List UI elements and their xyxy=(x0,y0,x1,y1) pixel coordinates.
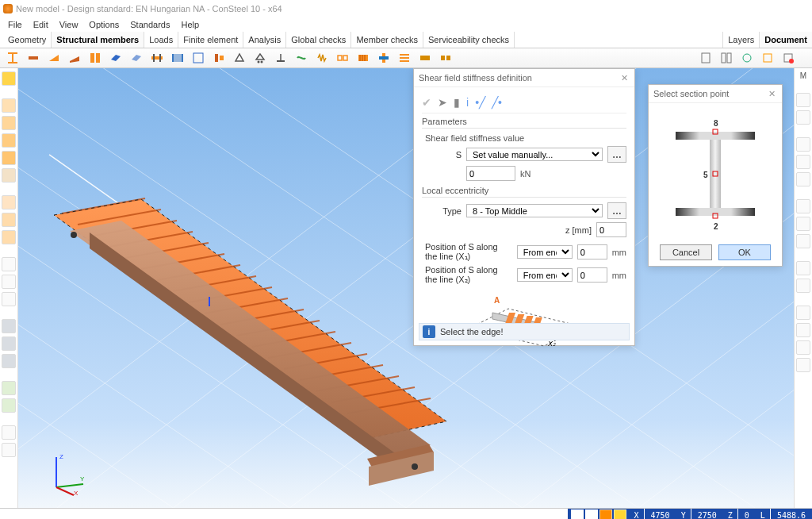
rtool-2-icon[interactable] xyxy=(796,110,810,125)
tool-shearfield-icon[interactable] xyxy=(354,49,373,67)
endpoint2-icon[interactable]: ╱• xyxy=(492,97,502,108)
tab-finite-element[interactable]: Finite element xyxy=(178,32,243,48)
ltool-3-icon[interactable] xyxy=(2,133,16,148)
tool-spring-icon[interactable] xyxy=(312,49,331,67)
tab-structural-members[interactable]: Structural members xyxy=(52,32,144,48)
rtool-11-icon[interactable] xyxy=(796,306,810,320)
doc-btn5-icon[interactable] xyxy=(779,49,798,67)
tool-builtup-icon[interactable] xyxy=(86,49,105,67)
tab-layers[interactable]: Layers xyxy=(722,32,759,48)
ecc-more-button[interactable]: … xyxy=(607,202,626,219)
status-icon-2[interactable] xyxy=(585,509,598,519)
stiffness-value-input[interactable] xyxy=(466,166,515,181)
tab-loads[interactable]: Loads xyxy=(144,32,178,48)
tool-plate2-icon[interactable] xyxy=(127,49,146,67)
tool-member-icon[interactable] xyxy=(24,49,43,67)
rtool-1-icon[interactable] xyxy=(796,93,810,107)
tab-geometry[interactable]: Geometry xyxy=(3,32,52,48)
tool-cut-icon[interactable] xyxy=(374,49,393,67)
tool-frame-icon[interactable] xyxy=(189,49,208,67)
ltool-13-icon[interactable] xyxy=(2,336,16,351)
rtool-12-icon[interactable] xyxy=(796,323,810,337)
rtool-3-icon[interactable] xyxy=(796,137,810,152)
tool-purlin-icon[interactable] xyxy=(395,49,414,67)
menu-options[interactable]: Options xyxy=(84,19,124,30)
tab-member-checks[interactable]: Member checks xyxy=(351,32,423,48)
ltool-6-icon[interactable] xyxy=(2,195,16,210)
rtool-13-icon[interactable] xyxy=(796,340,810,355)
ltool-12-icon[interactable] xyxy=(2,319,16,333)
tab-analysis[interactable]: Analysis xyxy=(243,32,286,48)
endpoint1-icon[interactable]: •╱ xyxy=(475,97,485,108)
posA-value-input[interactable] xyxy=(577,244,607,260)
stiffness-mode-combo[interactable]: Set value manually... xyxy=(466,148,603,161)
menu-edit[interactable]: Edit xyxy=(29,19,53,30)
tool-section-icon[interactable] xyxy=(3,49,22,67)
tool-release-icon[interactable] xyxy=(292,49,311,67)
rtool-8-icon[interactable] xyxy=(796,234,810,248)
info-icon[interactable]: i xyxy=(466,97,469,108)
confirm-icon[interactable]: ✔ xyxy=(422,97,431,108)
tool-wall-icon[interactable] xyxy=(168,49,187,67)
menu-view[interactable]: View xyxy=(55,19,83,30)
ltool-11-icon[interactable] xyxy=(2,292,16,306)
rtool-10-icon[interactable] xyxy=(796,279,810,293)
tab-document[interactable]: Document xyxy=(759,32,812,48)
rtool-14-icon[interactable] xyxy=(796,358,810,372)
status-icon-info[interactable] xyxy=(614,509,626,519)
ltool-5-icon[interactable] xyxy=(2,168,16,183)
menu-standards[interactable]: Standards xyxy=(125,19,174,30)
section-dialog-close-icon[interactable]: ✕ xyxy=(766,88,777,99)
section-canvas[interactable]: 8 5 2 xyxy=(655,110,776,238)
ltool-1-icon[interactable] xyxy=(2,98,16,113)
rtool-7-icon[interactable] xyxy=(796,217,810,231)
rtool-6-icon[interactable] xyxy=(796,199,810,213)
ltool-save-icon[interactable] xyxy=(2,71,16,86)
tool-support-pin-icon[interactable] xyxy=(230,49,249,67)
tool-slab-icon[interactable] xyxy=(416,49,435,67)
ltool-10-icon[interactable] xyxy=(2,275,16,289)
ltool-18-icon[interactable] xyxy=(2,443,16,457)
shear-dialog-close-icon[interactable]: ✕ xyxy=(619,72,630,83)
tool-haunch-icon[interactable] xyxy=(44,49,63,67)
section-cancel-button[interactable]: Cancel xyxy=(660,244,712,260)
tool-isol-icon[interactable] xyxy=(436,49,455,67)
doc-btn1-icon[interactable] xyxy=(696,49,715,67)
doc-btn3-icon[interactable] xyxy=(737,49,756,67)
status-icon-warn[interactable] xyxy=(599,509,612,519)
rtool-9-icon[interactable] xyxy=(796,261,810,275)
ecc-type-combo[interactable]: 8 - Top Middle xyxy=(466,204,603,217)
tool-taper-icon[interactable] xyxy=(65,49,84,67)
align-icon[interactable]: ▮ xyxy=(454,97,460,108)
pointer-icon[interactable]: ➤ xyxy=(438,97,447,108)
stiffness-more-button[interactable]: … xyxy=(607,146,626,163)
tab-serviceability[interactable]: Serviceability checks xyxy=(423,32,515,48)
tool-connection-icon[interactable] xyxy=(209,49,228,67)
tool-support-roller-icon[interactable] xyxy=(251,49,270,67)
tool-support-fixed-icon[interactable] xyxy=(271,49,290,67)
section-ok-button[interactable]: OK xyxy=(718,244,771,260)
viewport-3d[interactable]: Z Y X Shear field stiffness definition ✕… xyxy=(18,68,794,508)
menu-file[interactable]: File xyxy=(3,19,27,30)
tool-plate-icon[interactable] xyxy=(106,49,125,67)
tab-global-checks[interactable]: Global checks xyxy=(286,32,351,48)
ltool-16-icon[interactable] xyxy=(2,398,16,413)
ltool-9-icon[interactable] xyxy=(2,257,16,271)
posB-value-input[interactable] xyxy=(577,267,607,283)
rtool-4-icon[interactable] xyxy=(796,155,810,169)
ltool-8-icon[interactable] xyxy=(2,230,16,244)
tool-diaphragm-icon[interactable] xyxy=(147,49,167,67)
ltool-7-icon[interactable] xyxy=(2,213,16,227)
doc-btn4-icon[interactable] xyxy=(758,49,777,67)
menu-help[interactable]: Help xyxy=(176,19,204,30)
ecc-z-input[interactable] xyxy=(596,222,626,237)
status-icon-1[interactable] xyxy=(571,509,584,519)
posA-from-combo[interactable]: From end A xyxy=(517,245,573,259)
ltool-4-icon[interactable] xyxy=(2,151,16,165)
posB-from-combo[interactable]: From end B xyxy=(517,268,573,282)
doc-btn2-icon[interactable] xyxy=(717,49,736,67)
ltool-14-icon[interactable] xyxy=(2,354,16,368)
ltool-15-icon[interactable] xyxy=(2,381,16,395)
rtool-5-icon[interactable] xyxy=(796,172,810,186)
ltool-17-icon[interactable] xyxy=(2,425,16,440)
